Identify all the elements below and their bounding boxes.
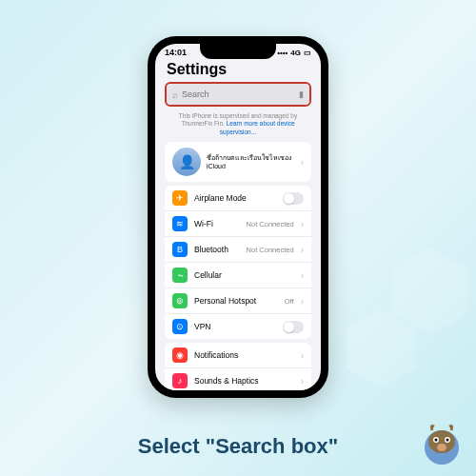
row-label: Personal Hotspot bbox=[194, 296, 278, 306]
svg-point-4 bbox=[435, 439, 438, 442]
row-label: Bluetooth bbox=[194, 245, 240, 254]
row-label: Sounds & Haptics bbox=[194, 376, 294, 386]
network-label: 4G bbox=[290, 49, 301, 57]
wifi-icon: ≋ bbox=[172, 216, 188, 231]
bluetooth-icon: B bbox=[172, 242, 188, 257]
chevron-right-icon: › bbox=[301, 245, 304, 255]
alerts-group: ◉ Notifications › ♪ Sounds & Haptics › bbox=[165, 343, 311, 390]
phone-frame: 14:01 •••• 4G ▭ Settings ⌕ ▮ This iPhone… bbox=[148, 36, 328, 398]
sounds-icon: ♪ bbox=[172, 373, 188, 388]
row-sounds[interactable]: ♪ Sounds & Haptics › bbox=[165, 367, 311, 390]
bg-hexagon bbox=[347, 309, 415, 388]
battery-icon: ▭ bbox=[304, 49, 311, 57]
search-icon: ⌕ bbox=[172, 89, 178, 100]
row-label: Notifications bbox=[194, 350, 294, 360]
row-value: Not Connected bbox=[247, 220, 294, 228]
learn-more-link[interactable]: Learn more about device supervision... bbox=[220, 120, 295, 134]
row-label: Cellular bbox=[194, 270, 294, 280]
cellular-icon: ⏦ bbox=[172, 268, 188, 283]
profile-name: ชื่อถ้ากบตและเรือนใชไหเซอง iCloud bbox=[207, 153, 295, 170]
row-hotspot[interactable]: ⊚ Personal Hotspot Off › bbox=[165, 288, 311, 313]
signal-icon: •••• bbox=[277, 49, 288, 57]
notifications-icon: ◉ bbox=[172, 347, 188, 363]
vpn-toggle[interactable] bbox=[283, 321, 304, 333]
row-label: Wi-Fi bbox=[194, 219, 240, 228]
notch bbox=[200, 44, 276, 59]
chevron-right-icon: › bbox=[301, 270, 304, 281]
search-input[interactable] bbox=[182, 89, 295, 99]
page-title: Settings bbox=[155, 59, 321, 82]
instruction-caption: Select "Search box" bbox=[0, 434, 476, 459]
vpn-icon: ⊙ bbox=[172, 319, 188, 334]
profile-row[interactable]: 👤 ชื่อถ้ากบตและเรือนใชไหเซอง iCloud › bbox=[165, 142, 311, 182]
screen: 14:01 •••• 4G ▭ Settings ⌕ ▮ This iPhone… bbox=[155, 44, 321, 390]
chevron-right-icon: › bbox=[301, 219, 304, 229]
search-highlight: ⌕ ▮ bbox=[165, 82, 311, 107]
brand-logo bbox=[417, 421, 466, 470]
search-box[interactable]: ⌕ ▮ bbox=[167, 84, 309, 105]
svg-point-6 bbox=[437, 444, 446, 451]
row-label: Airplane Mode bbox=[194, 193, 276, 203]
row-value: Not Connected bbox=[247, 246, 294, 254]
svg-point-5 bbox=[446, 439, 449, 442]
chevron-right-icon: › bbox=[301, 157, 304, 168]
hotspot-icon: ⊚ bbox=[172, 293, 188, 308]
row-label: VPN bbox=[194, 322, 276, 331]
supervised-notice: This iPhone is supervised and managed by… bbox=[155, 112, 321, 138]
row-value: Off bbox=[285, 297, 294, 306]
chevron-right-icon: › bbox=[301, 350, 304, 361]
avatar: 👤 bbox=[172, 148, 201, 176]
bg-hexagon bbox=[392, 248, 468, 335]
row-vpn[interactable]: ⊙ VPN bbox=[165, 313, 311, 339]
status-time: 14:01 bbox=[165, 48, 187, 57]
network-group: ✈ Airplane Mode ≋ Wi-Fi Not Connected › … bbox=[165, 186, 311, 339]
row-airplane[interactable]: ✈ Airplane Mode bbox=[165, 186, 311, 210]
chevron-right-icon: › bbox=[301, 376, 304, 387]
row-bluetooth[interactable]: B Bluetooth Not Connected › bbox=[165, 236, 311, 262]
row-notifications[interactable]: ◉ Notifications › bbox=[165, 343, 311, 367]
mic-icon[interactable]: ▮ bbox=[299, 89, 304, 99]
chevron-right-icon: › bbox=[301, 296, 304, 307]
airplane-icon: ✈ bbox=[172, 190, 188, 206]
row-cellular[interactable]: ⏦ Cellular › bbox=[165, 262, 311, 288]
airplane-toggle[interactable] bbox=[283, 192, 304, 205]
profile-group: 👤 ชื่อถ้ากบตและเรือนใชไหเซอง iCloud › bbox=[165, 142, 311, 182]
row-wifi[interactable]: ≋ Wi-Fi Not Connected › bbox=[165, 210, 311, 236]
